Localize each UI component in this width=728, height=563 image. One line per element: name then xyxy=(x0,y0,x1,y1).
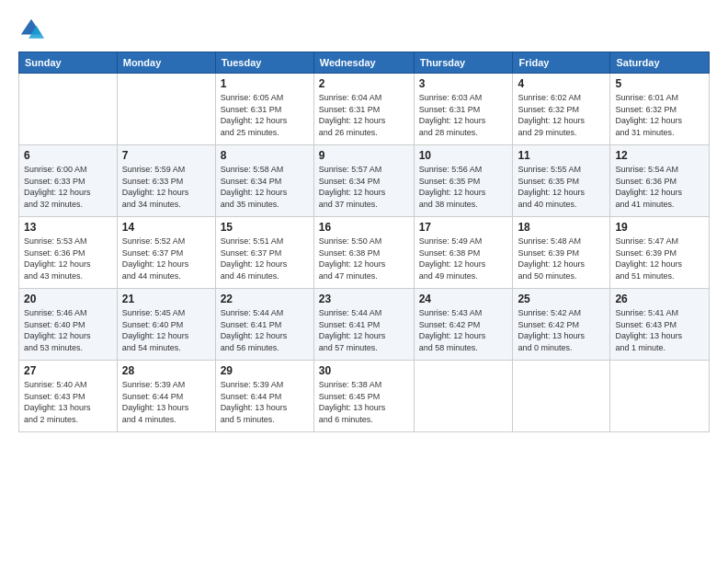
day-number: 3 xyxy=(419,77,508,90)
calendar-cell: 14Sunrise: 5:52 AM Sunset: 6:37 PM Dayli… xyxy=(117,217,215,289)
calendar-cell: 6Sunrise: 6:00 AM Sunset: 6:33 PM Daylig… xyxy=(19,145,118,217)
day-info: Sunrise: 5:59 AM Sunset: 6:33 PM Dayligh… xyxy=(122,164,210,210)
calendar-cell: 23Sunrise: 5:44 AM Sunset: 6:41 PM Dayli… xyxy=(313,289,414,361)
calendar-cell: 11Sunrise: 5:55 AM Sunset: 6:35 PM Dayli… xyxy=(513,145,610,217)
day-number: 5 xyxy=(615,77,704,90)
day-info: Sunrise: 6:04 AM Sunset: 6:31 PM Dayligh… xyxy=(319,92,409,138)
calendar-cell: 26Sunrise: 5:41 AM Sunset: 6:43 PM Dayli… xyxy=(610,289,710,361)
calendar-cell: 10Sunrise: 5:56 AM Sunset: 6:35 PM Dayli… xyxy=(414,145,513,217)
calendar-cell: 16Sunrise: 5:50 AM Sunset: 6:38 PM Dayli… xyxy=(313,217,414,289)
day-info: Sunrise: 5:41 AM Sunset: 6:43 PM Dayligh… xyxy=(615,307,704,353)
day-number: 28 xyxy=(122,364,210,377)
day-info: Sunrise: 5:55 AM Sunset: 6:35 PM Dayligh… xyxy=(518,164,605,210)
day-info: Sunrise: 6:00 AM Sunset: 6:33 PM Dayligh… xyxy=(24,164,112,210)
day-number: 23 xyxy=(319,293,409,305)
day-number: 8 xyxy=(221,149,309,162)
header xyxy=(18,17,710,42)
day-number: 9 xyxy=(319,149,409,162)
calendar-cell: 21Sunrise: 5:45 AM Sunset: 6:40 PM Dayli… xyxy=(117,289,215,361)
calendar-cell: 1Sunrise: 6:05 AM Sunset: 6:31 PM Daylig… xyxy=(215,74,313,145)
header-row: Sunday Monday Tuesday Wednesday Thursday… xyxy=(19,52,710,74)
col-tuesday: Tuesday xyxy=(215,52,313,74)
day-info: Sunrise: 5:46 AM Sunset: 6:40 PM Dayligh… xyxy=(24,307,112,353)
day-number: 26 xyxy=(615,293,704,305)
calendar-cell: 13Sunrise: 5:53 AM Sunset: 6:36 PM Dayli… xyxy=(19,217,118,289)
day-info: Sunrise: 5:52 AM Sunset: 6:37 PM Dayligh… xyxy=(122,236,210,282)
col-friday: Friday xyxy=(513,52,610,74)
day-info: Sunrise: 5:53 AM Sunset: 6:36 PM Dayligh… xyxy=(24,236,112,282)
calendar-cell: 24Sunrise: 5:43 AM Sunset: 6:42 PM Dayli… xyxy=(414,289,513,361)
day-number: 7 xyxy=(122,149,210,162)
day-number: 27 xyxy=(24,364,112,377)
day-number: 19 xyxy=(615,221,704,234)
day-number: 22 xyxy=(221,293,309,305)
day-info: Sunrise: 5:50 AM Sunset: 6:38 PM Dayligh… xyxy=(319,236,409,282)
day-number: 11 xyxy=(518,149,605,162)
calendar-week-4: 20Sunrise: 5:46 AM Sunset: 6:40 PM Dayli… xyxy=(19,289,710,361)
day-info: Sunrise: 5:58 AM Sunset: 6:34 PM Dayligh… xyxy=(221,164,309,210)
calendar-cell: 29Sunrise: 5:39 AM Sunset: 6:44 PM Dayli… xyxy=(215,361,313,432)
calendar-cell: 9Sunrise: 5:57 AM Sunset: 6:34 PM Daylig… xyxy=(313,145,414,217)
calendar-cell: 12Sunrise: 5:54 AM Sunset: 6:36 PM Dayli… xyxy=(610,145,710,217)
calendar-cell: 20Sunrise: 5:46 AM Sunset: 6:40 PM Dayli… xyxy=(19,289,118,361)
day-number: 13 xyxy=(24,221,112,234)
col-wednesday: Wednesday xyxy=(313,52,414,74)
day-info: Sunrise: 5:40 AM Sunset: 6:43 PM Dayligh… xyxy=(24,379,112,425)
logo xyxy=(18,17,48,42)
day-number: 25 xyxy=(518,293,605,305)
day-number: 30 xyxy=(319,364,409,377)
col-thursday: Thursday xyxy=(414,52,513,74)
calendar-cell: 18Sunrise: 5:48 AM Sunset: 6:39 PM Dayli… xyxy=(513,217,610,289)
calendar-cell: 4Sunrise: 6:02 AM Sunset: 6:32 PM Daylig… xyxy=(513,74,610,145)
col-saturday: Saturday xyxy=(610,52,710,74)
day-number: 10 xyxy=(419,149,508,162)
calendar-week-1: 1Sunrise: 6:05 AM Sunset: 6:31 PM Daylig… xyxy=(19,74,710,145)
logo-icon xyxy=(18,17,44,42)
calendar-cell xyxy=(414,361,513,432)
calendar-cell: 8Sunrise: 5:58 AM Sunset: 6:34 PM Daylig… xyxy=(215,145,313,217)
day-info: Sunrise: 5:49 AM Sunset: 6:38 PM Dayligh… xyxy=(419,236,508,282)
day-number: 2 xyxy=(319,77,409,90)
day-number: 18 xyxy=(518,221,605,234)
day-info: Sunrise: 5:44 AM Sunset: 6:41 PM Dayligh… xyxy=(319,307,409,353)
day-info: Sunrise: 5:48 AM Sunset: 6:39 PM Dayligh… xyxy=(518,236,605,282)
day-number: 12 xyxy=(615,149,704,162)
calendar-cell: 2Sunrise: 6:04 AM Sunset: 6:31 PM Daylig… xyxy=(313,74,414,145)
calendar-cell: 30Sunrise: 5:38 AM Sunset: 6:45 PM Dayli… xyxy=(313,361,414,432)
day-info: Sunrise: 5:54 AM Sunset: 6:36 PM Dayligh… xyxy=(615,164,704,210)
page: Sunday Monday Tuesday Wednesday Thursday… xyxy=(0,0,728,563)
calendar-cell: 3Sunrise: 6:03 AM Sunset: 6:31 PM Daylig… xyxy=(414,74,513,145)
calendar-cell: 15Sunrise: 5:51 AM Sunset: 6:37 PM Dayli… xyxy=(215,217,313,289)
day-number: 21 xyxy=(122,293,210,305)
calendar-cell: 17Sunrise: 5:49 AM Sunset: 6:38 PM Dayli… xyxy=(414,217,513,289)
day-info: Sunrise: 6:01 AM Sunset: 6:32 PM Dayligh… xyxy=(615,92,704,138)
calendar-cell: 22Sunrise: 5:44 AM Sunset: 6:41 PM Dayli… xyxy=(215,289,313,361)
day-info: Sunrise: 5:38 AM Sunset: 6:45 PM Dayligh… xyxy=(319,379,409,425)
day-info: Sunrise: 5:43 AM Sunset: 6:42 PM Dayligh… xyxy=(419,307,508,353)
calendar-cell xyxy=(610,361,710,432)
day-number: 15 xyxy=(221,221,309,234)
calendar-cell: 28Sunrise: 5:39 AM Sunset: 6:44 PM Dayli… xyxy=(117,361,215,432)
calendar-cell: 19Sunrise: 5:47 AM Sunset: 6:39 PM Dayli… xyxy=(610,217,710,289)
day-number: 24 xyxy=(419,293,508,305)
day-info: Sunrise: 5:39 AM Sunset: 6:44 PM Dayligh… xyxy=(122,379,210,425)
calendar-cell xyxy=(19,74,118,145)
calendar-week-5: 27Sunrise: 5:40 AM Sunset: 6:43 PM Dayli… xyxy=(19,361,710,432)
day-number: 1 xyxy=(221,77,309,90)
day-info: Sunrise: 5:42 AM Sunset: 6:42 PM Dayligh… xyxy=(518,307,605,353)
day-number: 16 xyxy=(319,221,409,234)
day-info: Sunrise: 5:57 AM Sunset: 6:34 PM Dayligh… xyxy=(319,164,409,210)
calendar-cell: 25Sunrise: 5:42 AM Sunset: 6:42 PM Dayli… xyxy=(513,289,610,361)
day-number: 4 xyxy=(518,77,605,90)
day-info: Sunrise: 6:05 AM Sunset: 6:31 PM Dayligh… xyxy=(221,92,309,138)
calendar-cell xyxy=(117,74,215,145)
col-sunday: Sunday xyxy=(19,52,118,74)
day-info: Sunrise: 5:51 AM Sunset: 6:37 PM Dayligh… xyxy=(221,236,309,282)
day-number: 20 xyxy=(24,293,112,305)
calendar-week-2: 6Sunrise: 6:00 AM Sunset: 6:33 PM Daylig… xyxy=(19,145,710,217)
calendar-cell: 5Sunrise: 6:01 AM Sunset: 6:32 PM Daylig… xyxy=(610,74,710,145)
calendar-cell: 27Sunrise: 5:40 AM Sunset: 6:43 PM Dayli… xyxy=(19,361,118,432)
calendar-cell xyxy=(513,361,610,432)
calendar-cell: 7Sunrise: 5:59 AM Sunset: 6:33 PM Daylig… xyxy=(117,145,215,217)
day-info: Sunrise: 5:47 AM Sunset: 6:39 PM Dayligh… xyxy=(615,236,704,282)
